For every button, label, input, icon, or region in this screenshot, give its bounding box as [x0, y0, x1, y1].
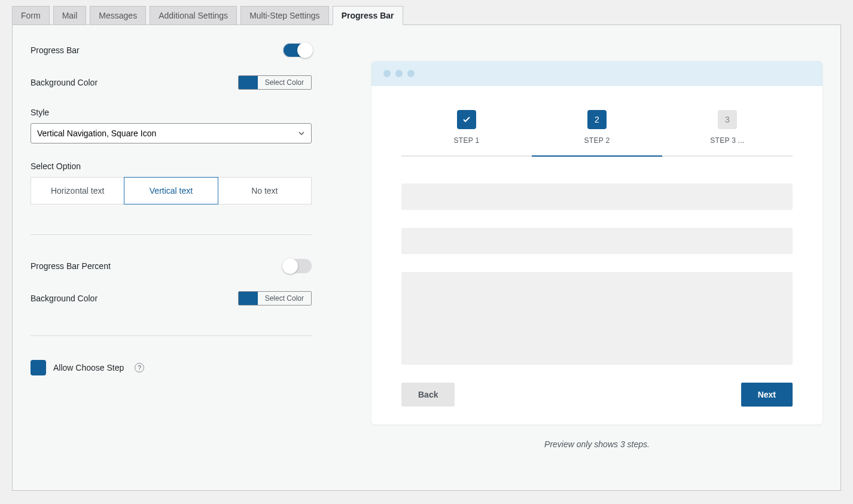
tab-form[interactable]: Form	[12, 6, 50, 25]
preview-step-1: STEP 1	[401, 110, 532, 157]
divider-2	[31, 335, 312, 336]
select-option-label: Select Option	[31, 161, 312, 171]
preview-field-placeholder	[401, 272, 793, 365]
window-dot	[395, 70, 403, 77]
select-color-button-2[interactable]: Select Color	[258, 292, 311, 305]
background-color-label-2: Background Color	[31, 294, 98, 303]
tab-progress-bar[interactable]: Progress Bar	[333, 6, 403, 25]
tab-messages[interactable]: Messages	[90, 6, 146, 25]
preview-field-placeholder	[401, 228, 793, 254]
color-swatch-2	[239, 292, 258, 305]
style-select[interactable]: Vertical Navigation, Square Icon	[31, 123, 312, 143]
option-vertical-text[interactable]: Vertical text	[124, 177, 218, 204]
window-dot	[407, 70, 415, 77]
help-icon[interactable]: ?	[135, 363, 144, 372]
color-swatch	[239, 76, 258, 89]
select-color-button[interactable]: Select Color	[258, 76, 311, 89]
option-no-text[interactable]: No text	[218, 177, 312, 204]
tab-bar: Form Mail Messages Additional Settings M…	[12, 6, 841, 25]
preview-window-header	[371, 61, 822, 86]
step-number-icon: 2	[587, 110, 607, 129]
check-icon	[457, 110, 476, 129]
background-color-label: Background Color	[31, 78, 98, 87]
background-color-picker[interactable]: Select Color	[238, 75, 312, 90]
style-label: Style	[31, 108, 312, 117]
allow-choose-step-label: Allow Choose Step	[53, 363, 124, 372]
tab-additional-settings[interactable]: Additional Settings	[150, 6, 237, 25]
step-label: STEP 3 ...	[662, 136, 793, 145]
tab-mail[interactable]: Mail	[53, 6, 87, 25]
preview-note: Preview only shows 3 steps.	[371, 439, 822, 449]
progress-bar-toggle[interactable]	[283, 43, 312, 57]
preview-field-placeholder	[401, 184, 793, 210]
step-number-icon: 3	[718, 110, 737, 129]
preview-back-button[interactable]: Back	[401, 383, 455, 407]
progress-bar-label: Progress Bar	[31, 45, 80, 55]
progress-bar-percent-toggle[interactable]	[283, 259, 312, 273]
preview-step-2: 2 STEP 2	[532, 110, 662, 157]
percent-background-color-picker[interactable]: Select Color	[238, 291, 312, 306]
step-label: STEP 1	[401, 136, 532, 145]
divider	[31, 234, 312, 235]
preview-next-button[interactable]: Next	[741, 383, 793, 407]
tab-multistep-settings[interactable]: Multi-Step Settings	[240, 6, 329, 25]
preview-progress-steps: STEP 1 2 STEP 2 3 STEP 3 ...	[401, 110, 793, 157]
option-horizontal-text[interactable]: Horizontal text	[31, 177, 124, 204]
preview-card: STEP 1 2 STEP 2 3 STEP 3 ...	[371, 61, 822, 424]
progress-bar-percent-label: Progress Bar Percent	[31, 261, 111, 271]
step-label: STEP 2	[532, 136, 662, 145]
preview-step-3: 3 STEP 3 ...	[662, 110, 793, 157]
settings-panel: Progress Bar Background Color Select Col…	[12, 25, 841, 491]
allow-choose-step-checkbox[interactable]	[31, 360, 46, 375]
window-dot	[383, 70, 391, 77]
